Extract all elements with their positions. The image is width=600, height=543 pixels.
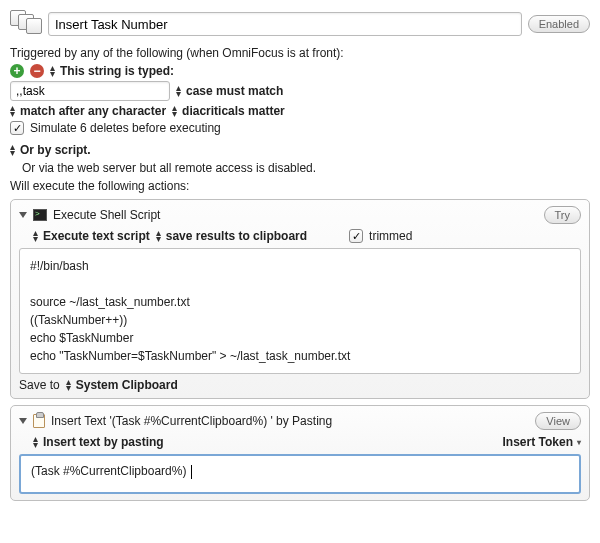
- add-trigger-icon[interactable]: +: [10, 64, 24, 78]
- save-to-value[interactable]: System Clipboard: [76, 378, 178, 392]
- updown-icon[interactable]: [50, 65, 54, 77]
- typed-string-label: This string is typed:: [60, 64, 174, 78]
- updown-icon[interactable]: [33, 230, 37, 242]
- trimmed-label: trimmed: [369, 229, 412, 243]
- diacriticals-option[interactable]: diacriticals matter: [182, 104, 285, 118]
- updown-icon[interactable]: [10, 105, 14, 117]
- terminal-icon: [33, 209, 47, 221]
- insert-text-option[interactable]: Insert text by pasting: [43, 435, 164, 449]
- action-title: Execute Shell Script: [53, 208, 160, 222]
- web-server-label: Or via the web server but all remote acc…: [22, 161, 590, 175]
- execute-text-script-option[interactable]: Execute text script: [43, 229, 150, 243]
- insert-text-area[interactable]: (Task #%CurrentClipboard%): [19, 454, 581, 494]
- view-button[interactable]: View: [535, 412, 581, 430]
- updown-icon[interactable]: [176, 85, 180, 97]
- case-match-option[interactable]: case must match: [186, 84, 283, 98]
- match-after-option[interactable]: match after any character: [20, 104, 166, 118]
- trimmed-checkbox[interactable]: [349, 229, 363, 243]
- script-text-area[interactable]: #!/bin/bash source ~/last_task_number.tx…: [19, 248, 581, 374]
- or-by-script-label: Or by script.: [20, 143, 91, 157]
- updown-icon[interactable]: [172, 105, 176, 117]
- simulate-deletes-checkbox[interactable]: [10, 121, 24, 135]
- text-cursor: [191, 465, 192, 479]
- updown-icon[interactable]: [66, 379, 70, 391]
- disclosure-icon[interactable]: [19, 418, 27, 424]
- disclosure-icon[interactable]: [19, 212, 27, 218]
- insert-token-dropdown[interactable]: Insert Token▾: [503, 435, 581, 449]
- simulate-deletes-label: Simulate 6 deletes before executing: [30, 121, 221, 135]
- save-to-label: Save to: [19, 378, 60, 392]
- macro-title-input[interactable]: [48, 12, 522, 36]
- updown-icon[interactable]: [156, 230, 160, 242]
- try-button[interactable]: Try: [544, 206, 581, 224]
- trigger-intro: Triggered by any of the following (when …: [10, 46, 590, 60]
- insert-text-value: (Task #%CurrentClipboard%): [31, 464, 190, 478]
- remove-trigger-icon[interactable]: −: [30, 64, 44, 78]
- updown-icon[interactable]: [33, 436, 37, 448]
- action-shell-script: Execute Shell Script Try Execute text sc…: [10, 199, 590, 399]
- typed-string-input[interactable]: [10, 81, 170, 101]
- updown-icon[interactable]: [10, 144, 14, 156]
- action-title: Insert Text '(Task #%CurrentClipboard%) …: [51, 414, 332, 428]
- enabled-button[interactable]: Enabled: [528, 15, 590, 33]
- save-results-option[interactable]: save results to clipboard: [166, 229, 307, 243]
- actions-intro: Will execute the following actions:: [10, 179, 590, 193]
- macro-icon: [10, 10, 42, 38]
- action-insert-text: Insert Text '(Task #%CurrentClipboard%) …: [10, 405, 590, 501]
- clipboard-icon: [33, 414, 45, 428]
